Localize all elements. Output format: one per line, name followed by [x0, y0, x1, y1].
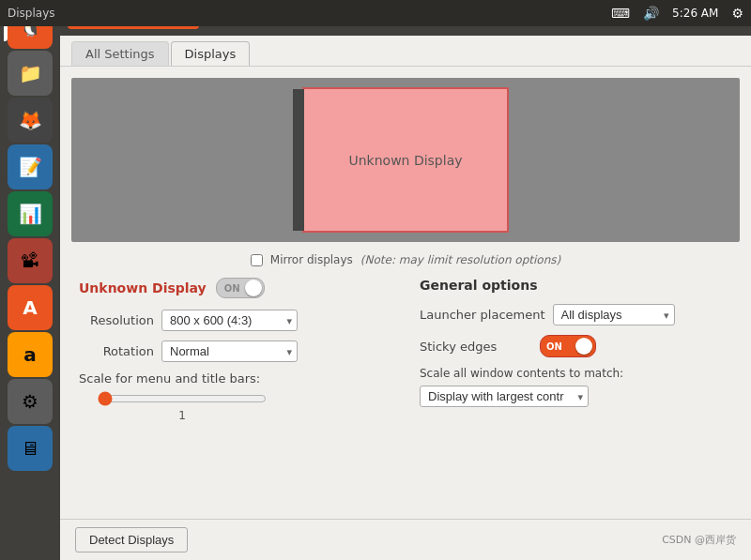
display-name-label: Unknown Display [79, 280, 207, 295]
detect-displays-button[interactable]: Detect Displays [75, 527, 188, 552]
display-sidebar-icon: 🖥 [21, 437, 39, 460]
general-options-title: General options [420, 278, 732, 293]
topbar-time: 5:26 AM [672, 7, 718, 20]
tab-displays[interactable]: Displays [171, 41, 251, 66]
rotation-select[interactable]: Normal [161, 341, 298, 362]
firefox-icon: 🦊 [19, 109, 42, 131]
sidebar-icon-firefox[interactable]: 🦊 [8, 98, 53, 143]
resolution-select[interactable]: 800 x 600 (4:3) [161, 310, 298, 331]
mirror-displays-checkbox[interactable] [251, 254, 263, 266]
files-icon: 📁 [19, 62, 42, 84]
settings-left: Unknown Display ON Resolution 800 x 600 … [79, 278, 391, 519]
launcher-placement-label: Launcher placement [420, 308, 545, 322]
sidebar-icon-display[interactable]: 🖥 [8, 426, 53, 471]
display-name-row: Unknown Display ON [79, 278, 391, 298]
impress-icon: 📽 [21, 250, 39, 272]
calc-icon: 📊 [19, 203, 42, 225]
sidebar-icon-writer[interactable]: 📝 [8, 144, 53, 189]
sticky-edges-row: Sticky edges ON [420, 335, 732, 357]
mirror-displays-label[interactable]: Mirror displays [270, 253, 353, 266]
display-box: Unknown Display [302, 87, 509, 233]
rotation-label: Rotation [79, 344, 154, 358]
mirror-note: (Note: may limit resolution options) [360, 253, 560, 266]
settings-icon: ⚙ [22, 390, 38, 413]
sidebar-icon-calc[interactable]: 📊 [8, 191, 53, 236]
display-on-off-toggle[interactable]: ON [216, 278, 265, 298]
scale-label: Scale for menu and title bars: [79, 371, 391, 386]
sticky-edges-toggle[interactable]: ON [540, 335, 596, 357]
display-toggle-handle [245, 280, 262, 296]
sidebar-icon-amazon[interactable]: a [8, 332, 53, 377]
launcher-placement-row: Launcher placement All displays [420, 304, 732, 325]
sticky-edges-label: Sticky edges [420, 340, 532, 354]
sidebar-icon-files[interactable]: 📁 [8, 51, 53, 96]
settings-right: General options Launcher placement All d… [420, 278, 732, 519]
scale-all-note: Scale all window contents to match: [420, 367, 732, 380]
resolution-row: Resolution 800 x 600 (4:3) [79, 310, 391, 331]
app-icon: A [23, 296, 37, 319]
display-box-side [293, 89, 304, 231]
slider-wrapper: 1 [98, 391, 391, 422]
sidebar-icon-app[interactable]: A [8, 285, 53, 330]
scale-slider[interactable] [98, 391, 267, 406]
writer-icon: 📝 [19, 156, 42, 178]
amazon-icon: a [23, 343, 37, 366]
sticky-toggle-handle [575, 338, 592, 355]
main-panel: Unknown Display All Settings Displays Un… [60, 0, 751, 560]
scale-all-select[interactable]: Display with largest contr [420, 386, 589, 407]
resolution-select-wrapper: 800 x 600 (4:3) [161, 310, 298, 331]
mirror-row: Mirror displays (Note: may limit resolut… [60, 253, 751, 266]
sidebar: 🐧 📁 🦊 📝 📊 📽 A a ⚙ 🖥 [0, 0, 60, 560]
scale-value: 1 [98, 409, 267, 422]
sticky-on-label: ON [546, 341, 562, 352]
display-toggle-label: ON [221, 283, 244, 294]
scale-all-select-wrapper: Display with largest contr [420, 386, 589, 407]
topbar-settings-icon[interactable]: ⚙ [731, 6, 743, 21]
scale-section: Scale for menu and title bars: 1 [79, 371, 391, 422]
scale-all-section: Scale all window contents to match: Disp… [420, 367, 732, 407]
rotation-select-wrapper: Normal [161, 341, 298, 362]
tabs-bar: All Settings Displays [60, 36, 751, 67]
tab-all-settings[interactable]: All Settings [71, 41, 169, 66]
watermark: CSDN @西岸货 [662, 533, 736, 547]
topbar-keyboard-icon: ⌨ [611, 6, 630, 21]
rotation-row: Rotation Normal [79, 341, 391, 362]
topbar-volume-icon: 🔊 [643, 6, 659, 21]
resolution-label: Resolution [79, 313, 154, 327]
launcher-placement-select[interactable]: All displays [553, 304, 675, 325]
sidebar-icon-settings[interactable]: ⚙ [8, 379, 53, 424]
display-preview-area: Unknown Display [71, 78, 740, 242]
bottom-bar: Detect Displays CSDN @西岸货 [60, 519, 751, 560]
settings-body: Unknown Display ON Resolution 800 x 600 … [60, 278, 751, 519]
sidebar-icon-impress[interactable]: 📽 [8, 238, 53, 283]
launcher-select-wrapper: All displays [553, 304, 675, 325]
topbar-title: Displays [8, 7, 54, 20]
display-box-label: Unknown Display [348, 153, 462, 168]
